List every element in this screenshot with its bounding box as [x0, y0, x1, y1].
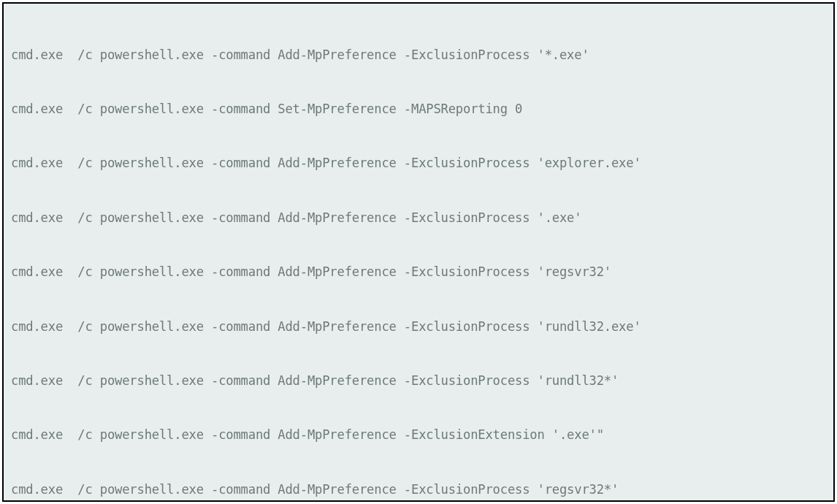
code-line: cmd.exe /c powershell.exe -command Add-M…: [11, 46, 826, 64]
code-line: cmd.exe /c powershell.exe -command Add-M…: [11, 372, 826, 390]
code-line: cmd.exe /c powershell.exe -command Add-M…: [11, 318, 826, 336]
code-line: cmd.exe /c powershell.exe -command Add-M…: [11, 154, 826, 172]
code-line: cmd.exe /c powershell.exe -command Add-M…: [11, 263, 826, 281]
code-line: cmd.exe /c powershell.exe -command Set-M…: [11, 100, 826, 118]
code-block: cmd.exe /c powershell.exe -command Add-M…: [2, 2, 835, 502]
code-line: cmd.exe /c powershell.exe -command Add-M…: [11, 426, 826, 444]
code-line: cmd.exe /c powershell.exe -command Add-M…: [11, 209, 826, 227]
code-line: cmd.exe /c powershell.exe -command Add-M…: [11, 481, 826, 499]
